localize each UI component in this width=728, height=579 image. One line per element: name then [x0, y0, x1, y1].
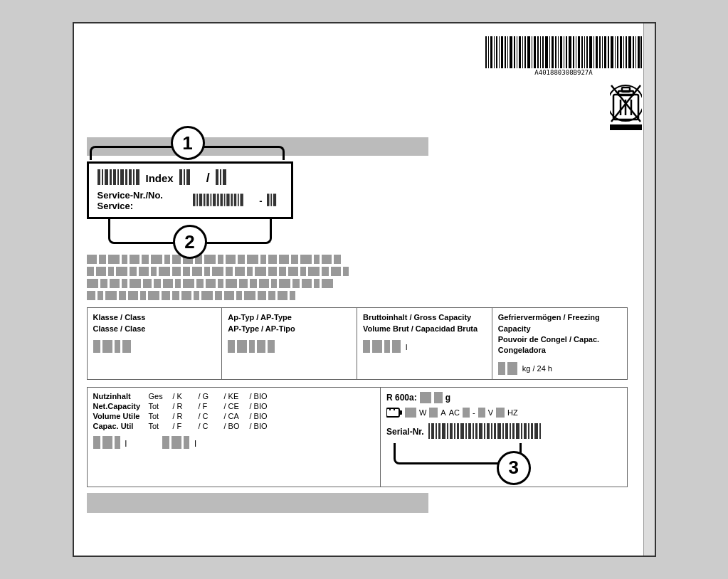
- svg-rect-18: [537, 36, 539, 68]
- svg-rect-4: [496, 36, 497, 68]
- svg-rect-26: [560, 36, 562, 68]
- svg-rect-86: [213, 194, 216, 206]
- amp-value: [429, 408, 438, 418]
- svg-rect-35: [586, 36, 588, 68]
- svg-rect-19: [540, 36, 541, 68]
- svg-rect-102: [428, 423, 430, 439]
- vol-unit-1: l: [125, 439, 127, 449]
- svg-rect-122: [502, 423, 504, 439]
- net-row-1: Nutzinhalt Ges / K / G / KE / BIO: [93, 392, 374, 400]
- svg-rect-0: [485, 36, 487, 68]
- svg-rect-117: [484, 423, 485, 439]
- svg-rect-111: [460, 423, 464, 439]
- hz-value: [496, 408, 505, 418]
- svg-rect-12: [519, 36, 521, 68]
- svg-rect-50: [633, 36, 634, 68]
- slash-r2: / R: [173, 412, 194, 420]
- service-label: Service-Nr./No. Service:: [97, 190, 189, 211]
- svg-rect-106: [442, 423, 445, 439]
- top-right-area: A401880308B927A: [485, 36, 642, 130]
- svg-rect-81: [196, 194, 198, 206]
- gray-row-4: [87, 291, 628, 300]
- service-barcode: [193, 193, 255, 208]
- vol-utile-label: Volume Utile: [93, 412, 144, 420]
- gross-label: Bruttoinhalt / Gross CapacityVolume Brut…: [363, 312, 486, 334]
- freezing-value: kg / 24 h: [498, 362, 621, 375]
- svg-rect-14: [524, 36, 526, 68]
- svg-rect-29: [569, 36, 571, 68]
- svg-rect-109: [454, 423, 455, 439]
- slash-f2: / F: [173, 422, 194, 430]
- svg-rect-124: [510, 423, 511, 439]
- svg-rect-76: [186, 169, 190, 185]
- svg-rect-3: [494, 36, 495, 68]
- section-1-area: 1: [87, 161, 628, 262]
- svg-rect-96: [270, 194, 272, 207]
- volt1-value: [463, 408, 470, 418]
- svg-rect-127: [521, 423, 522, 439]
- vol-unit-2: l: [194, 439, 196, 449]
- bottom-gray-bar: [87, 493, 428, 513]
- svg-rect-108: [450, 423, 453, 439]
- svg-rect-44: [615, 36, 616, 68]
- product-label: A401880308B927A: [73, 22, 656, 557]
- svg-rect-56: [622, 87, 630, 92]
- ges-label: Ges: [149, 392, 169, 400]
- svg-rect-115: [475, 423, 478, 439]
- w-label: W: [419, 408, 426, 417]
- svg-rect-25: [558, 36, 559, 68]
- svg-rect-95: [267, 194, 270, 207]
- svg-rect-74: [179, 169, 182, 185]
- capac-util-label: Capac. Util: [93, 422, 144, 430]
- svg-rect-123: [505, 423, 508, 439]
- svg-rect-120: [494, 423, 496, 439]
- r600-value2: [434, 392, 443, 403]
- svg-rect-34: [584, 36, 585, 68]
- slash-bio3: / BIO: [250, 412, 271, 420]
- barcode-index-right2: [216, 169, 237, 186]
- circle-3: 3: [497, 451, 531, 485]
- svg-rect-71: [129, 169, 132, 185]
- svg-rect-32: [578, 36, 580, 68]
- svg-rect-46: [620, 36, 622, 68]
- barcode-left: [97, 169, 140, 186]
- svg-rect-40: [602, 36, 603, 68]
- svg-rect-37: [594, 36, 594, 68]
- svg-rect-110: [457, 423, 459, 439]
- svg-rect-39: [599, 36, 601, 68]
- svg-rect-11: [517, 36, 517, 68]
- tot1-label: Tot: [149, 402, 169, 410]
- capacity-table: Klasse / ClassClasse / Clase Ap-Typ / AP…: [87, 307, 628, 380]
- svg-rect-27: [564, 36, 564, 68]
- svg-rect-43: [611, 36, 613, 68]
- barcode-index-right1: [179, 169, 201, 186]
- svg-rect-21: [545, 36, 548, 68]
- svg-rect-66: [110, 169, 112, 185]
- svg-rect-128: [524, 423, 527, 439]
- svg-rect-105: [438, 423, 441, 439]
- svg-rect-64: [102, 169, 103, 185]
- barcode-text: A401880308B927A: [534, 69, 593, 75]
- electrical-row: W A AC - V HZ: [386, 408, 621, 418]
- svg-rect-49: [628, 36, 631, 68]
- net-left: Nutzinhalt Ges / K / G / KE / BIO Net.Ca…: [88, 388, 381, 487]
- gross-cell: Bruttoinhalt / Gross CapacityVolume Brut…: [357, 308, 492, 379]
- gross-unit: l: [406, 342, 407, 353]
- svg-rect-103: [431, 423, 434, 439]
- svg-rect-116: [479, 423, 482, 439]
- svg-rect-30: [573, 36, 574, 68]
- svg-rect-28: [566, 36, 567, 68]
- net-section: Nutzinhalt Ges / K / G / KE / BIO Net.Ca…: [87, 387, 628, 487]
- r600-label: R 600a:: [386, 393, 417, 403]
- svg-rect-67: [113, 169, 116, 185]
- index-label: Index: [146, 172, 174, 184]
- svg-rect-85: [210, 194, 211, 206]
- svg-rect-7: [505, 36, 506, 68]
- r600-row: R 600a: g: [386, 392, 621, 403]
- svg-rect-24: [555, 36, 556, 68]
- svg-rect-129: [528, 423, 529, 439]
- svg-rect-10: [514, 36, 515, 68]
- bottom-bars: [87, 493, 628, 513]
- aptype-label: Ap-Typ / AP-TypeAP-Type / AP-Tipo: [228, 312, 351, 334]
- slash-ca: / CA: [224, 412, 246, 420]
